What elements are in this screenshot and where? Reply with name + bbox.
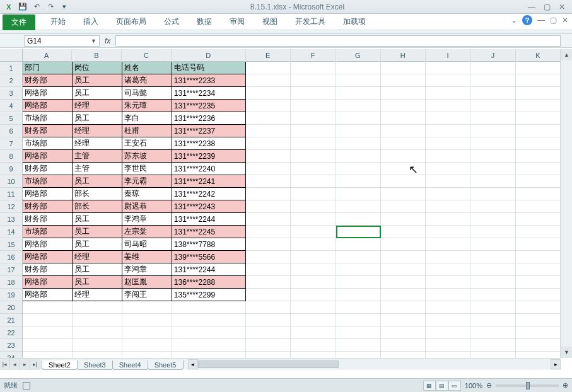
col-header-E[interactable]: E	[246, 49, 291, 62]
row-header-11[interactable]: 11	[0, 188, 22, 200]
cell-H5[interactable]	[381, 112, 426, 125]
cell-B15[interactable]: 员工	[73, 238, 122, 251]
cell-A3[interactable]: 网络部	[23, 87, 73, 100]
cell-F20[interactable]	[291, 301, 336, 314]
cell-G6[interactable]	[336, 125, 381, 137]
cell-F11[interactable]	[291, 188, 336, 200]
cell-K16[interactable]	[516, 251, 561, 263]
cell-B2[interactable]: 员工	[73, 74, 122, 87]
fx-icon[interactable]: fx	[105, 37, 110, 45]
scroll-up-icon[interactable]: ▲	[561, 49, 572, 61]
cell-J2[interactable]	[470, 74, 515, 87]
cell-G9[interactable]	[336, 163, 381, 175]
cell-D15[interactable]: 138****7788	[172, 238, 246, 251]
cell-C12[interactable]: 尉迟恭	[122, 200, 172, 213]
cell-G10[interactable]	[336, 175, 381, 188]
cell-C24[interactable]	[122, 352, 172, 358]
cell-K15[interactable]	[516, 238, 561, 251]
cell-F10[interactable]	[291, 175, 336, 188]
redo-icon[interactable]: ↷	[45, 2, 55, 12]
cell-G13[interactable]	[336, 213, 381, 226]
cell-B12[interactable]: 部长	[73, 200, 122, 213]
cell-E1[interactable]	[246, 62, 291, 74]
cell-I13[interactable]	[426, 213, 470, 226]
cell-B17[interactable]: 员工	[73, 263, 122, 276]
cell-D10[interactable]: 131****2241	[172, 175, 246, 188]
cell-D21[interactable]	[172, 314, 246, 326]
cell-G21[interactable]	[336, 314, 381, 326]
cell-A24[interactable]	[23, 352, 73, 358]
row-header-10[interactable]: 10	[0, 175, 22, 188]
cell-I1[interactable]	[426, 62, 470, 74]
page-break-view-button[interactable]: ▭	[448, 381, 461, 391]
cell-F1[interactable]	[291, 62, 336, 74]
cell-I12[interactable]	[426, 200, 470, 213]
cell-E17[interactable]	[246, 263, 291, 276]
cells-area[interactable]: 部门岗位姓名电话号码财务部员工诸葛亮131****2233网络部员工司马懿131…	[23, 62, 561, 358]
cell-F21[interactable]	[291, 314, 336, 326]
cell-I20[interactable]	[426, 301, 470, 314]
cell-E3[interactable]	[246, 87, 291, 100]
cell-J16[interactable]	[470, 251, 515, 263]
cell-C2[interactable]: 诸葛亮	[122, 74, 172, 87]
cell-C19[interactable]: 李闯王	[122, 289, 172, 301]
cell-A17[interactable]: 财务部	[23, 263, 73, 276]
cell-C7[interactable]: 王安石	[122, 137, 172, 150]
cell-E23[interactable]	[246, 339, 291, 352]
cell-F18[interactable]	[291, 276, 336, 289]
col-header-G[interactable]: G	[336, 49, 380, 62]
row-header-7[interactable]: 7	[0, 137, 22, 150]
cell-B21[interactable]	[73, 314, 122, 326]
cell-G24[interactable]	[336, 352, 381, 358]
horizontal-scrollbar[interactable]: ◂ ▸	[188, 359, 561, 370]
cell-A18[interactable]: 网络部	[23, 276, 73, 289]
qat-more-icon[interactable]: ▾	[59, 2, 69, 12]
cell-K14[interactable]	[516, 226, 561, 238]
cell-F23[interactable]	[291, 339, 336, 352]
cell-E2[interactable]	[246, 74, 291, 87]
cell-A12[interactable]: 财务部	[23, 200, 73, 213]
row-header-15[interactable]: 15	[0, 238, 22, 251]
cell-D2[interactable]: 131****2233	[172, 74, 246, 87]
cell-A20[interactable]	[23, 301, 73, 314]
vscroll-track[interactable]	[561, 61, 572, 347]
select-all-corner[interactable]	[0, 49, 22, 62]
row-header-18[interactable]: 18	[0, 276, 22, 289]
cell-G5[interactable]	[336, 112, 381, 125]
page-layout-view-button[interactable]: ▤	[436, 381, 448, 391]
cell-G8[interactable]	[336, 150, 381, 163]
cell-J1[interactable]	[470, 62, 515, 74]
cell-A9[interactable]: 财务部	[23, 163, 73, 175]
cell-G2[interactable]	[336, 74, 381, 87]
row-header-1[interactable]: 1	[0, 62, 22, 74]
cell-A11[interactable]: 网络部	[23, 188, 73, 200]
zoom-out-button[interactable]: ⊖	[486, 381, 492, 389]
cell-D17[interactable]: 131****2244	[172, 263, 246, 276]
row-header-12[interactable]: 12	[0, 200, 22, 213]
cell-C8[interactable]: 苏东坡	[122, 150, 172, 163]
cell-I19[interactable]	[426, 289, 470, 301]
cell-J18[interactable]	[470, 276, 515, 289]
sheet-tab-Sheet2[interactable]: Sheet2	[42, 360, 78, 370]
cell-K3[interactable]	[516, 87, 561, 100]
cell-B16[interactable]: 经理	[73, 251, 122, 263]
cell-I4[interactable]	[426, 100, 470, 112]
scroll-down-icon[interactable]: ▼	[561, 347, 572, 358]
row-header-4[interactable]: 4	[0, 100, 22, 112]
doc-restore-button[interactable]: ▢	[550, 16, 557, 25]
cell-C9[interactable]: 李世民	[122, 163, 172, 175]
cell-G17[interactable]	[336, 263, 381, 276]
scroll-right-icon[interactable]: ▸	[551, 359, 561, 369]
cell-H19[interactable]	[381, 289, 426, 301]
cell-G14[interactable]	[336, 226, 381, 238]
cell-B23[interactable]	[73, 339, 122, 352]
cell-F5[interactable]	[291, 112, 336, 125]
zoom-slider[interactable]	[496, 384, 559, 387]
cell-F15[interactable]	[291, 238, 336, 251]
sheet-tab-Sheet4[interactable]: Sheet4	[112, 360, 148, 370]
cell-A5[interactable]: 市场部	[23, 112, 73, 125]
cell-J4[interactable]	[470, 100, 515, 112]
cell-E9[interactable]	[246, 163, 291, 175]
cell-I2[interactable]	[426, 74, 470, 87]
sheet-tab-Sheet3[interactable]: Sheet3	[77, 360, 113, 370]
